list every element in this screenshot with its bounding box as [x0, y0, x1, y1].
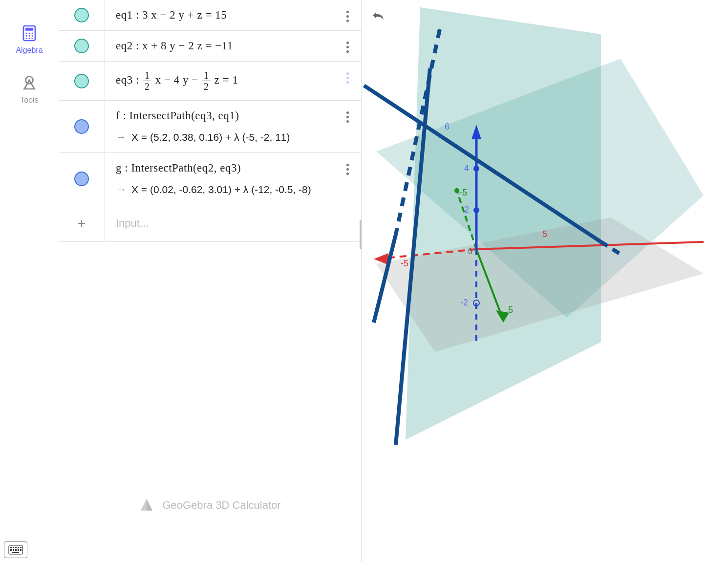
left-nav: Algebra Tools — [0, 0, 59, 562]
svg-rect-41 — [15, 549, 17, 551]
row-menu-button[interactable] — [334, 101, 361, 152]
viewport-3d[interactable]: 6 4 2 -2 -5 5 -5 5 0 — [362, 0, 728, 562]
svg-rect-43 — [20, 549, 21, 551]
visibility-toggle[interactable] — [74, 8, 89, 22]
z-label-6: 6 — [445, 122, 450, 131]
equation-row[interactable]: g : IntersectPath(eq2, eq3) → X = (0.02,… — [59, 153, 361, 205]
y-label-n5: -5 — [459, 188, 467, 197]
arrow-icon: → — [116, 183, 127, 196]
svg-rect-38 — [20, 547, 21, 548]
nav-algebra-label: Algebra — [16, 46, 43, 55]
equation-result: → X = (5.2, 0.38, 0.16) + λ (-5, -2, 11) — [116, 131, 323, 144]
undo-button[interactable] — [370, 9, 386, 26]
scene-3d: 6 4 2 -2 -5 5 -5 5 0 — [362, 0, 728, 562]
visibility-toggle[interactable] — [74, 39, 89, 53]
x-label-5: 5 — [542, 229, 547, 239]
svg-rect-40 — [13, 549, 14, 551]
svg-point-8 — [26, 38, 27, 39]
visibility-toggle[interactable] — [74, 74, 89, 88]
origin-label: 0 — [468, 247, 472, 256]
equation-text: f : IntersectPath(eq3, eq1) — [116, 109, 323, 122]
svg-rect-39 — [10, 549, 12, 551]
algebra-panel: eq1 : 3 x − 2 y + z = 15 eq2 : x + 8 y −… — [59, 0, 362, 562]
svg-point-7 — [32, 35, 33, 37]
equation-text: eq1 : 3 x − 2 y + z = 15 — [116, 9, 323, 22]
keyboard-icon — [8, 545, 23, 555]
more-icon — [346, 42, 349, 53]
svg-rect-34 — [10, 547, 12, 548]
svg-point-2 — [26, 33, 27, 34]
row-menu-button[interactable] — [334, 62, 361, 100]
svg-point-10 — [32, 38, 33, 39]
svg-point-6 — [29, 35, 30, 37]
undo-icon — [370, 9, 386, 24]
row-menu-button[interactable] — [334, 31, 361, 61]
visibility-toggle[interactable] — [74, 172, 89, 186]
svg-rect-42 — [18, 549, 19, 551]
more-icon — [346, 72, 349, 84]
more-icon — [346, 111, 349, 123]
z-label-n2: -2 — [460, 298, 468, 307]
more-icon — [346, 164, 349, 175]
z-label-4: 4 — [464, 163, 469, 173]
equation-text: eq2 : x + 8 y − 2 z = −11 — [116, 40, 323, 52]
brand-text: GeoGebra 3D Calculator — [162, 499, 280, 512]
equation-row[interactable]: eq1 : 3 x − 2 y + z = 15 — [59, 0, 361, 31]
svg-point-26 — [473, 207, 479, 213]
svg-point-3 — [29, 33, 30, 34]
equation-row[interactable]: eq2 : x + 8 y − 2 z = −11 — [59, 31, 361, 62]
x-label-n5: -5 — [401, 259, 408, 268]
tools-icon — [21, 74, 38, 92]
svg-point-9 — [29, 38, 30, 39]
svg-point-20 — [454, 188, 459, 193]
svg-rect-35 — [13, 547, 14, 548]
equation-row[interactable]: eq3 : 12 x − 4 y − 12 z = 1 — [59, 62, 361, 101]
visibility-toggle[interactable] — [74, 119, 89, 134]
calculator-icon — [21, 24, 38, 42]
svg-point-5 — [26, 35, 27, 37]
equation-row[interactable]: f : IntersectPath(eq3, eq1) → X = (5.2, … — [59, 101, 361, 153]
svg-rect-37 — [18, 547, 19, 548]
equation-text: g : IntersectPath(eq2, eq3) — [116, 162, 323, 174]
svg-point-25 — [473, 166, 479, 172]
nav-tools[interactable]: Tools — [20, 74, 38, 105]
tetrahedron-icon — [139, 497, 154, 513]
keyboard-button[interactable] — [4, 541, 27, 558]
more-icon — [346, 11, 349, 22]
nav-tools-label: Tools — [20, 96, 38, 105]
svg-rect-1 — [25, 28, 34, 31]
input-row[interactable]: + Input... — [59, 205, 361, 242]
arrow-icon: → — [116, 131, 127, 144]
svg-rect-44 — [12, 552, 19, 553]
row-menu-button[interactable] — [334, 153, 361, 205]
svg-rect-36 — [15, 547, 17, 548]
input-field[interactable]: Input... — [116, 217, 350, 230]
equation-text: eq3 : 12 x − 4 y − 12 z = 1 — [116, 70, 323, 91]
equation-result: → X = (0.02, -0.62, 3.01) + λ (-12, -0.5… — [116, 183, 323, 196]
plus-icon: + — [78, 216, 86, 231]
footer-brand: GeoGebra 3D Calculator — [59, 497, 361, 513]
nav-algebra[interactable]: Algebra — [16, 24, 43, 55]
y-label-5: 5 — [508, 305, 513, 315]
svg-point-4 — [32, 33, 33, 34]
z-label-2: 2 — [464, 205, 469, 215]
row-menu-button[interactable] — [334, 0, 361, 30]
